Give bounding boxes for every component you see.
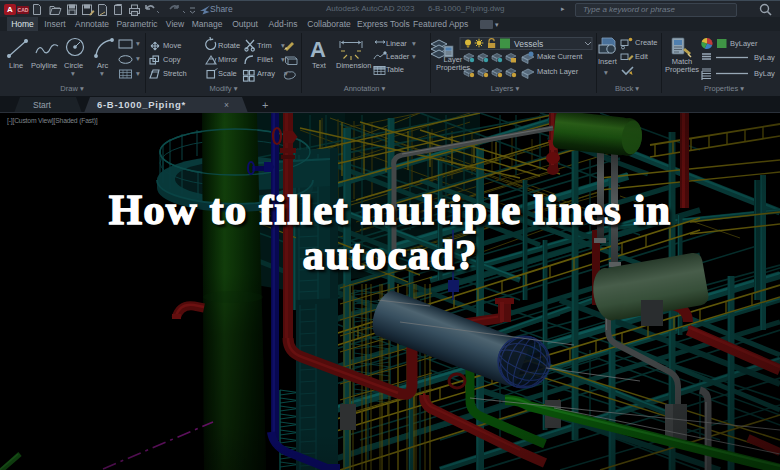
svg-text:Vessels: Vessels bbox=[514, 39, 543, 49]
svg-text:A: A bbox=[310, 37, 326, 62]
